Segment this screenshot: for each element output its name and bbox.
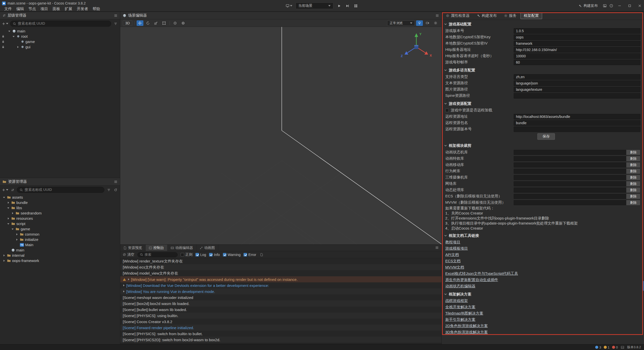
tree-row-main[interactable]: main [0,247,120,253]
expand-arrow[interactable] [12,35,15,37]
assets-sort-button[interactable] [10,187,15,193]
assets-filter-button[interactable] [106,187,111,193]
delete-button-动态处理库[interactable]: 删除 [626,188,640,193]
panel-toggle-icon[interactable] [621,346,624,349]
menu-文件[interactable]: 文件 [2,6,14,12]
hierarchy-search-input[interactable]: 搜索名称或 UUID [10,21,111,27]
section-header[interactable]: 游戏资源配置 [442,100,644,107]
expand-arrow[interactable] [7,207,10,209]
field-input-远程资源地址[interactable]: http://localhost:8083/assets/bundle [514,114,640,119]
checkbox-row-游戏中资源是否远程加载[interactable]: 游戏中资源是否远程加载 [442,107,644,113]
scene-viewport[interactable]: Y X Z [120,27,441,244]
menu-扩展[interactable]: 扩展 [62,6,74,12]
log-row[interactable]: [Window] ecs文件夹存在 [120,264,441,270]
log-row[interactable]: [Scene] [PHYSICS]: using builtin. [120,313,441,319]
field-input-远程资源包名[interactable]: bundle [514,120,640,126]
log-row[interactable]: [Window] You are running Vue in developm… [120,288,441,294]
expand-arrow[interactable] [15,239,19,241]
console-search-input[interactable]: 搜索 [137,252,178,257]
section-header[interactable]: 框架解决方案 [442,291,644,298]
link-API文档[interactable]: API文档 [445,252,459,257]
launch-scene-select[interactable]: 当前场景 [296,3,333,9]
expand-arrow[interactable] [2,254,6,256]
link-新手引导解决方案[interactable]: 新手引导解决方案 [445,317,475,322]
section-header[interactable]: 框架文档工具链接 [442,232,644,239]
log-row[interactable]: [Scene] Cocos Creator v3.8.2 [120,319,441,325]
scale-tool-button[interactable] [153,20,159,26]
console-tab-资源预览[interactable]: 资源预览 [120,245,146,251]
field-input-本地数据CryptoES加密Key[interactable]: oops [514,34,640,40]
scene-light-button[interactable] [416,20,423,26]
tree-row-script[interactable]: script [0,221,120,226]
expand-arrow[interactable] [7,223,10,225]
delete-button-网络库[interactable]: 删除 [626,181,640,186]
inspector-tab-属性检查器[interactable]: 属性检查器 [443,13,473,19]
inspector-scrollbar[interactable] [642,281,644,291]
delete-button-动画特效库[interactable]: 删除 [626,156,640,161]
move-tool-button[interactable] [137,20,143,26]
menu-开发者[interactable]: 开发者 [74,6,90,12]
tree-row-Main[interactable]: TSMain [0,242,120,247]
log-row[interactable]: [Window] Download the Vue Devtools exten… [120,282,441,288]
link-Excel格式转Json文件与TypeScript代码工具[interactable]: Excel格式转Json文件与TypeScript代码工具 [445,271,518,276]
link-游戏模板项目[interactable]: 游戏模板项目 [445,246,468,251]
delete-button-动画状态机库[interactable]: 删除 [626,150,640,155]
console-toggle-正则[interactable]: 正则 [181,252,192,257]
tree-row-common[interactable]: common [0,232,120,237]
tree-row-root[interactable]: root [0,34,120,39]
tree-row-seedrandom[interactable]: seedrandom [0,210,120,216]
close-button[interactable] [635,0,644,12]
console-clear-button[interactable]: 清空 [123,252,134,257]
assets-refresh-button[interactable] [113,187,118,193]
tree-row-internal[interactable]: internal [0,253,120,258]
tree-row-oops-framework[interactable]: oops-framework [0,258,120,263]
console-log-file-button[interactable] [259,252,264,258]
field-input-支持语言类型[interactable]: zh,en [514,74,640,80]
link-教程项目[interactable]: 教程项目 [445,240,460,245]
log-row[interactable]: [Scene] [bullet]:bullet wasm lib loaded. [120,307,441,313]
field-input-图片资源路径[interactable]: language/texture [514,87,640,92]
message-counts[interactable]: 310 [595,345,618,349]
tree-row-main[interactable]: main [0,28,120,34]
tree-row-gui[interactable]: gui [0,44,120,50]
section-header[interactable]: 游戏基础配置 [442,21,644,28]
step-button[interactable] [345,3,350,9]
section-header[interactable]: 框架模块裁剪 [442,142,644,149]
log-row[interactable]: [Scene] [PHYSICS]: switch from builtin t… [120,331,441,337]
play-button[interactable] [337,3,342,9]
log-row[interactable]: [Scene] Forward render pipeline initiali… [120,325,441,331]
field-input-Http服务器请求超时（毫秒）[interactable]: 10000 [514,53,640,59]
inspector-tab-服务[interactable]: 服务 [501,13,520,19]
expand-arrow[interactable] [2,196,6,198]
log-row[interactable]: [Window] [Vue warn]: Property "onInput" … [120,276,441,282]
build-publish-button[interactable]: 构建发布 [576,0,601,12]
hamburger-icon[interactable] [114,180,117,184]
log-row[interactable]: [Scene] [PHYSICS2D]: switch from box2d-w… [120,337,441,343]
pivot-toggle-button[interactable] [172,20,179,26]
link-原生包热更新配置自动生成插件[interactable]: 原生包热更新配置自动生成插件 [445,278,498,282]
hierarchy-sort-button[interactable] [113,21,118,27]
menu-编辑[interactable]: 编辑 [14,6,26,12]
delete-button-ECS（删除后模板项目无法使用）[interactable]: 删除 [626,194,640,199]
rotate-tool-button[interactable] [145,20,151,26]
expand-arrow[interactable] [2,260,6,262]
field-input-游戏每秒帧率[interactable]: 60 [514,60,640,65]
field-input-本地数据CryptoES加密IV[interactable]: framework [514,41,640,46]
expand-arrow[interactable] [15,233,19,235]
expand-arrow[interactable] [11,228,14,230]
expand-arrow[interactable] [11,212,14,214]
tree-row-libs[interactable]: libs [0,205,120,210]
world-local-toggle-button[interactable] [180,20,187,26]
link-2D角色扮演游戏解决方案[interactable]: 2D角色扮演游戏解决方案 [445,324,488,328]
mode-3d-toggle[interactable]: 3D [123,20,132,26]
message-count-1[interactable]: 1 [604,345,610,349]
preview-device-button[interactable] [286,3,292,9]
delete-button-动画移动库[interactable]: 删除 [626,162,640,167]
log-row[interactable]: [Scene] [box2d]:box2d wasm lib loaded. [120,300,441,307]
console-menu-button[interactable] [434,245,439,251]
console-toggle-Error[interactable]: Error [244,253,256,257]
delete-button-MVVM（删除后模板项目无法使用）[interactable]: 删除 [626,200,640,205]
scene-camera-button[interactable] [424,20,431,26]
field-input-文本资源路径[interactable]: language/json [514,80,640,86]
lock-gutter[interactable] [1,35,5,38]
